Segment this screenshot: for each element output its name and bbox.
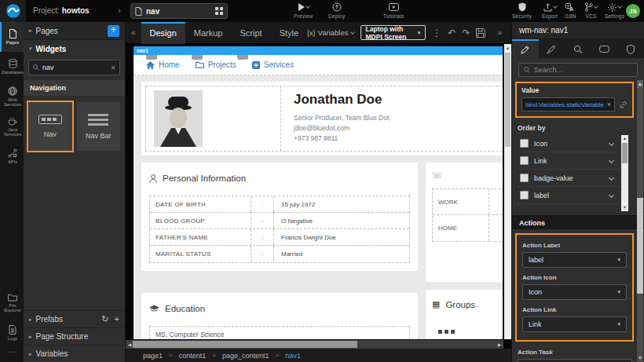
action-label-select[interactable]: label ▾ xyxy=(522,252,627,268)
scroll-up-icon[interactable]: ▲ xyxy=(504,44,511,52)
widget-search[interactable]: × xyxy=(28,60,120,75)
export-button[interactable]: Export xyxy=(542,2,558,19)
variables-dropdown[interactable]: {x} Variables xyxy=(307,28,353,37)
scroll-down-icon[interactable]: ▼ xyxy=(621,204,628,211)
contact-panel[interactable]: ☏ WORK HOME xyxy=(426,163,503,282)
order-item-icon[interactable]: Icon xyxy=(517,135,620,152)
table-row[interactable]: MARITAL STATUS : Married xyxy=(150,246,409,262)
undo-icon[interactable]: ↶ xyxy=(448,27,456,38)
chevron-down-icon[interactable] xyxy=(609,175,614,181)
rail-item-apis[interactable]: APIs xyxy=(0,141,24,171)
checkbox[interactable] xyxy=(520,139,529,148)
table-row[interactable]: BLOOD GROUP : O Negative xyxy=(150,213,409,229)
expand-panel-icon[interactable]: » xyxy=(492,28,507,37)
rail-item-java-services[interactable]: Java Services xyxy=(0,112,24,141)
rail-item-pages[interactable]: Pages xyxy=(0,22,24,52)
education-panel[interactable]: Education MS, Computer Science xyxy=(141,293,418,339)
tab-script[interactable]: Script xyxy=(232,22,271,44)
scrollbar-thumb[interactable] xyxy=(133,341,357,348)
bind-link-icon[interactable] xyxy=(619,101,628,109)
widget-search-input[interactable] xyxy=(42,64,108,71)
rail-item-file-explorer[interactable]: File Explorer xyxy=(0,288,24,318)
canvas-horizontal-scrollbar[interactable]: ◀ ▶ xyxy=(126,340,503,349)
profile-panel[interactable]: Jonathan Doe Senior Producer, Team Blue … xyxy=(141,82,503,155)
action-icon-select[interactable]: Icon ▾ xyxy=(522,284,627,300)
scroll-right-icon[interactable]: ▶ xyxy=(496,342,503,347)
breadcrumb-item[interactable]: content1 xyxy=(179,352,207,360)
education-row[interactable]: MS, Computer Science xyxy=(149,326,410,339)
scrollbar-thumb[interactable] xyxy=(637,198,643,294)
more-options-icon[interactable]: ⋮ xyxy=(432,27,441,38)
pages-section-header[interactable]: ▸ Pages + xyxy=(24,22,125,40)
redo-icon[interactable]: ↷ xyxy=(462,27,470,38)
add-page-button[interactable]: + xyxy=(108,25,119,37)
prefabs-section-header[interactable]: ▸ Prefabs ↻+ xyxy=(24,310,125,327)
design-canvas-page[interactable]: nav1 Home Projects xyxy=(134,46,503,339)
widgets-section-header[interactable]: ▾ Widgets xyxy=(24,40,125,57)
drag-handle[interactable] xyxy=(192,55,203,60)
tab-styles[interactable] xyxy=(539,39,565,58)
breadcrumb-item-current[interactable]: nav1 xyxy=(285,352,301,360)
rail-item-databases[interactable]: Databases xyxy=(0,52,24,82)
order-item-label[interactable]: label xyxy=(517,187,620,204)
groups-panel[interactable]: ▦ Groups Depa ▾ xyxy=(426,290,503,339)
panel-scrollbar[interactable]: ▲ ▼ xyxy=(637,80,643,362)
checkbox[interactable] xyxy=(520,191,529,199)
scrollbar-thumb[interactable] xyxy=(505,53,510,147)
checkbox[interactable] xyxy=(520,174,529,182)
drag-handle[interactable] xyxy=(146,55,157,60)
rail-item-web-services[interactable]: Web Services xyxy=(0,82,24,112)
table-row[interactable]: WORK xyxy=(433,189,503,215)
nav-item-projects[interactable]: Projects xyxy=(196,60,236,69)
breadcrumb-item[interactable]: page1 xyxy=(143,352,163,360)
rail-more-icon[interactable]: ⋯ xyxy=(0,348,24,362)
global-search-input[interactable] xyxy=(146,7,211,16)
preview-button[interactable]: Preview xyxy=(294,2,313,19)
tab-security[interactable] xyxy=(617,39,644,58)
order-list-scrollbar[interactable]: ▲ ▼ xyxy=(621,135,628,211)
vcs-button[interactable]: VCS xyxy=(584,2,598,19)
variables-section-header[interactable]: ▸ Variables xyxy=(24,345,125,362)
chevron-down-icon[interactable] xyxy=(609,192,614,198)
tab-inspect[interactable] xyxy=(565,39,591,58)
personal-info-panel[interactable]: Personal Information DATE OF BIRTH : 15 … xyxy=(141,163,418,271)
user-avatar[interactable]: JS xyxy=(626,4,640,18)
scroll-down-icon[interactable]: ▼ xyxy=(637,354,643,362)
action-task-select[interactable]: ▾ xyxy=(518,359,632,362)
canvas-vertical-scrollbar[interactable]: ▲ xyxy=(504,44,511,339)
refresh-icon[interactable]: ↻ xyxy=(101,314,108,324)
properties-search-input[interactable] xyxy=(534,66,632,74)
table-row[interactable]: FATHER'S NAME : Francis Dwight Doe xyxy=(150,229,409,246)
nav-item-home[interactable]: Home xyxy=(146,60,180,69)
device-select[interactable]: Laptop with MDPI Screen ▾ xyxy=(360,25,426,40)
selected-widget-tag[interactable]: nav1 xyxy=(134,46,503,55)
tab-messages[interactable] xyxy=(591,39,618,58)
page-structure-section-header[interactable]: ▸ Page Structure xyxy=(24,327,125,345)
add-prefab-icon[interactable]: + xyxy=(115,314,119,324)
clear-binding-icon[interactable]: × xyxy=(607,101,611,108)
tab-markup[interactable]: Markup xyxy=(185,22,232,44)
tab-design[interactable]: Design xyxy=(141,22,185,44)
save-icon[interactable] xyxy=(476,28,485,38)
checkbox[interactable] xyxy=(520,156,529,165)
widget-tile-navbar[interactable]: Nav Bar xyxy=(77,102,121,151)
canvas-nav-widget[interactable]: Home Projects Services xyxy=(134,55,503,75)
widget-tile-nav[interactable]: Nav xyxy=(28,102,72,151)
tab-style[interactable]: Style xyxy=(271,22,307,44)
order-item-badge-value[interactable]: badge-value xyxy=(517,170,620,187)
table-row[interactable]: DATE OF BIRTH : 15 july 1972 xyxy=(150,196,409,213)
drag-handle[interactable] xyxy=(237,55,248,60)
table-row[interactable]: HOME xyxy=(433,215,503,241)
scroll-up-icon[interactable]: ▲ xyxy=(637,80,643,88)
action-link-select[interactable]: Link ▾ xyxy=(522,316,627,332)
settings-button[interactable]: Settings xyxy=(605,2,624,19)
clear-search-icon[interactable]: × xyxy=(111,64,115,72)
value-binding-field[interactable]: bind:Variables.staticVariable1.dataSet × xyxy=(521,97,615,112)
tab-properties[interactable] xyxy=(512,39,539,58)
grid-icon[interactable] xyxy=(215,7,223,15)
deploy-button[interactable]: Deploy xyxy=(328,2,345,19)
app-logo[interactable] xyxy=(0,0,26,22)
scroll-up-icon[interactable]: ▲ xyxy=(621,135,628,142)
order-item-link[interactable]: Link xyxy=(517,152,620,170)
global-search[interactable] xyxy=(130,3,228,19)
